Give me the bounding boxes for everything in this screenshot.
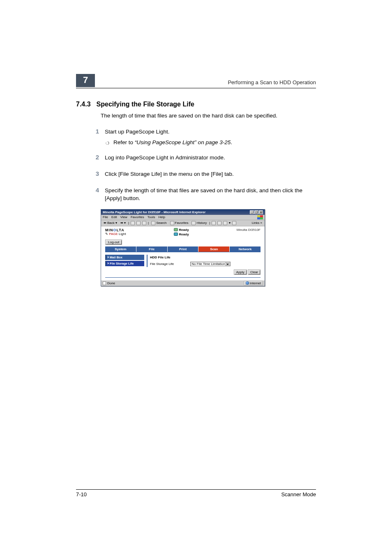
footer-page-number: 7-10 bbox=[76, 491, 87, 497]
brand-subtitle: ✎ PAGE Light bbox=[105, 232, 126, 236]
footer-title: Scanner Mode bbox=[281, 491, 316, 497]
menu-view[interactable]: View bbox=[120, 215, 127, 219]
section-title: Specifying the File Storage Life bbox=[97, 101, 194, 108]
browser-statusbar: Done Internet bbox=[101, 280, 265, 286]
tab-network[interactable]: Network bbox=[230, 246, 261, 252]
main-panel: HDD File Life File Storage Life No File … bbox=[147, 255, 261, 267]
links-label[interactable]: Links » bbox=[252, 221, 263, 225]
running-header: 7 Performing a Scan to HDD Operation bbox=[76, 74, 316, 88]
action-row: Apply Clear bbox=[105, 269, 261, 275]
menu-tools[interactable]: Tools bbox=[148, 215, 155, 219]
step-2-number: 2 bbox=[93, 154, 99, 161]
tab-bar: System File Print Scan Network bbox=[105, 246, 261, 252]
sidebar-item-mail-box[interactable]: Mail Box bbox=[105, 255, 144, 260]
step-1-sub-prefix: Refer to bbox=[113, 139, 135, 145]
file-storage-life-select[interactable]: No File Time Limitation bbox=[190, 262, 230, 266]
printer-icon bbox=[174, 228, 178, 231]
tab-print[interactable]: Print bbox=[168, 246, 199, 252]
refresh-icon[interactable] bbox=[136, 221, 141, 225]
status-done: Done bbox=[107, 281, 115, 285]
window-buttons: _ □ × bbox=[250, 210, 263, 214]
mail-icon[interactable] bbox=[212, 221, 216, 225]
step-3: 3 Click [File Storage Life] in the menu … bbox=[93, 170, 316, 178]
step-4: 4 Specify the length of time that files … bbox=[93, 187, 316, 203]
step-1-number: 1 bbox=[93, 128, 99, 135]
step-1-sub-italic: “Using PageScope Light” on page 3-25 bbox=[135, 139, 231, 145]
step-1: 1 Start up PageScope Light. bbox=[93, 128, 316, 136]
page-footer: 7-10 Scanner Mode bbox=[76, 489, 316, 497]
search-button[interactable]: Search bbox=[150, 221, 167, 225]
favorites-button[interactable]: Favorites bbox=[169, 221, 189, 225]
history-button[interactable]: History bbox=[191, 221, 208, 225]
print-icon[interactable] bbox=[217, 221, 221, 225]
tab-system[interactable]: System bbox=[105, 246, 136, 252]
clear-button[interactable]: Clear bbox=[248, 269, 261, 275]
browser-toolbar: ⬅Back▾ ➡ ▾ | | Search Favorites History … bbox=[101, 220, 265, 226]
menu-file[interactable]: File bbox=[103, 215, 108, 219]
sidebar-item-file-storage-life[interactable]: File Storage Life bbox=[105, 261, 144, 266]
menu-edit[interactable]: Edit bbox=[111, 215, 117, 219]
step-1-text: Start up PageScope Light. bbox=[105, 128, 170, 136]
step-2-text: Log into PageScope Light in Administrato… bbox=[105, 154, 225, 162]
step-1-sub-text: Refer to “Using PageScope Light” on page… bbox=[113, 139, 232, 145]
history-icon bbox=[191, 221, 196, 225]
step-1-sub-suffix: . bbox=[231, 139, 232, 145]
browser-window: Minolta PageScope Light for Di3510F - Mi… bbox=[101, 209, 265, 286]
search-icon bbox=[151, 221, 155, 225]
favorites-icon bbox=[170, 221, 174, 225]
chevron-right-icon bbox=[108, 262, 109, 265]
bullet-icon: ❍ bbox=[106, 141, 109, 145]
back-button[interactable]: ⬅Back▾ bbox=[103, 221, 118, 225]
security-zone: Internet bbox=[244, 281, 263, 286]
maximize-icon[interactable]: □ bbox=[254, 210, 258, 214]
step-2: 2 Log into PageScope Light in Administra… bbox=[93, 154, 316, 162]
internet-zone-icon bbox=[246, 281, 249, 285]
tab-underline bbox=[105, 252, 261, 252]
chevron-right-icon bbox=[108, 256, 109, 258]
stop-icon[interactable] bbox=[131, 221, 135, 225]
edit-icon[interactable] bbox=[223, 221, 227, 225]
status-scanner: Ready bbox=[179, 233, 189, 236]
brand-block: MINOLTA ✎ PAGE Light bbox=[105, 228, 126, 236]
tab-scan[interactable]: Scan bbox=[198, 246, 230, 252]
minimize-icon[interactable]: _ bbox=[250, 210, 254, 214]
page-content: MINOLTA ✎ PAGE Light Ready Ready Minolta… bbox=[101, 226, 265, 278]
brand-logo: MINOLTA bbox=[105, 228, 126, 232]
menu-help[interactable]: Help bbox=[158, 215, 165, 219]
close-icon[interactable]: × bbox=[259, 210, 263, 214]
panel-title: HDD File Life bbox=[150, 256, 258, 259]
running-head-text: Performing a Scan to HDD Operation bbox=[228, 79, 316, 87]
embedded-screenshot: Minolta PageScope Light for Di3510F - Mi… bbox=[101, 209, 316, 286]
menu-bar: File Edit View Favorites Tools Help bbox=[101, 215, 265, 220]
page-icon bbox=[103, 281, 106, 285]
zone-label: Internet bbox=[250, 281, 261, 285]
form-row-file-storage-life: File Storage Life No File Time Limitatio… bbox=[150, 262, 258, 266]
content-footer-line bbox=[105, 277, 261, 278]
step-3-text: Click [File Storage Life] in the menu on… bbox=[105, 170, 234, 178]
window-title: Minolta PageScope Light for Di3510F - Mi… bbox=[103, 210, 205, 214]
status-printer: Ready bbox=[179, 228, 189, 232]
logout-button[interactable]: Log-out bbox=[105, 240, 122, 245]
status-left: Done bbox=[103, 281, 115, 285]
window-titlebar: Minolta PageScope Light for Di3510F - Mi… bbox=[101, 210, 265, 215]
device-model: Minolta Di3510F bbox=[237, 228, 261, 232]
side-nav: Mail Box File Storage Life bbox=[105, 255, 144, 267]
tab-file[interactable]: File bbox=[136, 246, 168, 252]
sidebar-item-label: File Storage Life bbox=[110, 262, 134, 265]
discuss-icon[interactable] bbox=[232, 221, 236, 225]
section-number: 7.4.3 bbox=[76, 101, 91, 108]
home-icon[interactable] bbox=[142, 221, 146, 225]
step-4-number: 4 bbox=[93, 187, 99, 193]
ie-logo-icon bbox=[257, 215, 263, 219]
section-intro: The length of time that files are saved … bbox=[101, 112, 316, 120]
step-4-text: Specify the length of time that files ar… bbox=[105, 187, 306, 203]
menu-favorites[interactable]: Favorites bbox=[131, 215, 144, 219]
step-3-number: 3 bbox=[93, 170, 99, 177]
chapter-badge: 7 bbox=[76, 74, 95, 87]
forward-button[interactable]: ➡ ▾ bbox=[120, 221, 127, 225]
device-status: Ready Ready bbox=[174, 228, 189, 236]
form-label: File Storage Life bbox=[150, 262, 174, 266]
apply-button[interactable]: Apply bbox=[234, 269, 247, 275]
scanner-icon bbox=[174, 233, 178, 236]
step-1-sub: ❍ Refer to “Using PageScope Light” on pa… bbox=[106, 139, 316, 145]
